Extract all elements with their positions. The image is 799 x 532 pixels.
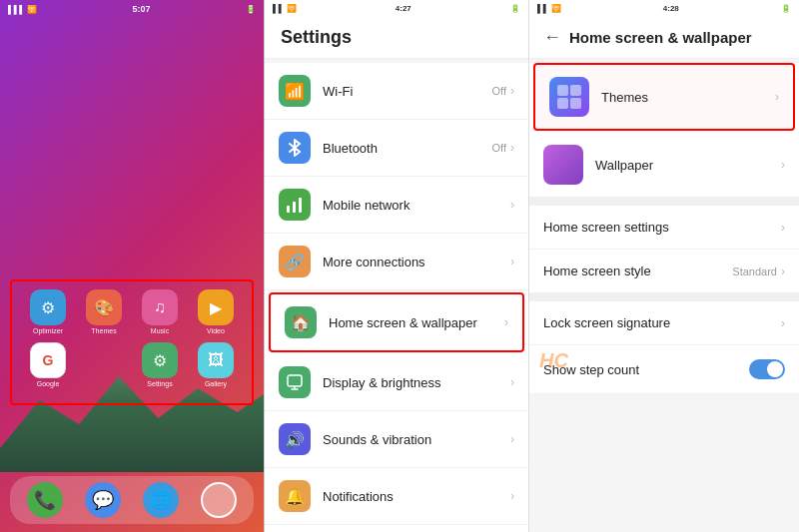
themes-wallpaper-icon: [549, 77, 589, 117]
settings-home-screen[interactable]: 🏠 Home screen & wallpaper ›: [269, 292, 524, 352]
wallpaper-status-time: 4:28: [663, 4, 679, 13]
settings-list: 📶 Wi-Fi Off › Bluetooth Off ›: [265, 63, 528, 532]
app-gallery[interactable]: 🖼 Gallery: [198, 342, 234, 387]
battery-icon: 🔋: [246, 5, 256, 14]
wallpaper-panel: ▌▌ 🛜 4:28 🔋 ← Home screen & wallpaper Th…: [529, 0, 799, 532]
settings-app-label: Settings: [147, 380, 172, 387]
settings-status-left: ▌▌ 🛜: [273, 4, 297, 13]
video-label: Video: [207, 327, 225, 334]
more-connections-label: More connections: [323, 255, 510, 269]
settings-status-right: 🔋: [510, 4, 520, 13]
home-screen-chevron: ›: [504, 315, 508, 329]
phone-status-bar: ▌▌▌ 🛜 5:07 🔋: [0, 0, 264, 18]
home-screen-settings-label: Home screen settings: [543, 220, 781, 235]
settings-display[interactable]: Display & brightness ›: [265, 354, 528, 411]
sounds-chevron: ›: [510, 432, 514, 446]
home-screen-settings-item[interactable]: Home screen settings ›: [529, 206, 799, 250]
wallpaper-status-bar: ▌▌ 🛜 4:28 🔋: [529, 0, 799, 17]
status-left: ▌▌▌ 🛜: [8, 5, 37, 14]
lock-screen-chevron: ›: [781, 316, 785, 330]
optimizer-label: Optimizer: [33, 327, 63, 334]
wallpaper-title: Home screen & wallpaper: [569, 29, 752, 46]
dock-browser[interactable]: 🌐: [143, 482, 179, 518]
signal-icon: ▌▌▌: [8, 5, 25, 14]
settings-sounds[interactable]: 🔊 Sounds & vibration ›: [265, 411, 528, 468]
svg-rect-0: [287, 206, 290, 213]
phone-homescreen: ▌▌▌ 🛜 5:07 🔋 ⚙ Optimizer 🎨 Themes ♫ Musi…: [0, 0, 265, 532]
toggle-knob: [767, 361, 783, 377]
display-icon: [279, 366, 311, 398]
apps-row-1: ⚙ Optimizer 🎨 Themes ♫ Music ▶ Video: [20, 289, 244, 334]
wallpaper-status-right: 🔋: [781, 4, 791, 13]
notifications-chevron: ›: [510, 489, 514, 503]
wallpaper-section-list: Home screen settings › Home screen style…: [529, 206, 799, 293]
settings-mobile-network[interactable]: Mobile network ›: [265, 177, 528, 234]
google-label: Google: [37, 380, 60, 387]
settings-status-time: 4:27: [396, 4, 411, 13]
app-music[interactable]: ♫ Music: [142, 289, 178, 334]
wallpaper-section-list-2: Lock screen signature › Show step count: [529, 301, 799, 394]
wallpaper-wallpaper-item[interactable]: Wallpaper ›: [529, 133, 799, 198]
more-connections-icon: 🔗: [279, 246, 311, 277]
display-chevron: ›: [510, 375, 514, 389]
bluetooth-chevron: ›: [510, 141, 514, 155]
optimizer-icon: ⚙: [30, 289, 66, 325]
svg-rect-3: [288, 375, 302, 386]
dock-phone[interactable]: 📞: [27, 482, 63, 518]
show-step-count-item[interactable]: Show step count: [529, 345, 799, 394]
display-label: Display & brightness: [323, 375, 510, 390]
home-screen-style-item[interactable]: Home screen style Standard ›: [529, 250, 799, 293]
bluetooth-value: Off: [492, 142, 506, 154]
settings-app-icon: ⚙: [142, 342, 178, 378]
themes-text: Themes: [601, 90, 775, 105]
placeholder-icon: [86, 342, 122, 378]
themes-icon: 🎨: [86, 289, 122, 325]
svg-rect-6: [557, 85, 568, 96]
settings-title: Settings: [265, 17, 528, 59]
home-screen-settings-chevron: ›: [781, 221, 785, 235]
dock-messages[interactable]: 💬: [85, 482, 121, 518]
mobile-network-label: Mobile network: [323, 198, 510, 213]
settings-wifi[interactable]: 📶 Wi-Fi Off ›: [265, 63, 528, 120]
back-button[interactable]: ←: [543, 27, 561, 48]
themes-chevron: ›: [775, 90, 779, 104]
app-optimizer[interactable]: ⚙ Optimizer: [30, 289, 66, 334]
app-themes[interactable]: 🎨 Themes: [86, 289, 122, 334]
home-screen-style-label: Home screen style: [543, 264, 732, 278]
wallpaper-themes-item[interactable]: Themes ›: [533, 63, 795, 131]
lock-screen-signature-item[interactable]: Lock screen signature ›: [529, 301, 799, 345]
show-step-count-toggle[interactable]: [749, 359, 785, 379]
gallery-label: Gallery: [205, 380, 227, 387]
wallpaper-top-list: Themes › Wallpaper ›: [529, 63, 799, 198]
app-placeholder: [86, 342, 122, 387]
settings-status-bar: ▌▌ 🛜 4:27 🔋: [265, 0, 528, 17]
home-screen-style-value: Standard: [732, 266, 777, 277]
svg-rect-9: [570, 98, 581, 109]
bluetooth-icon: [279, 132, 311, 164]
music-icon: ♫: [142, 289, 178, 325]
wifi-value: Off: [492, 85, 506, 97]
section-divider-1: [529, 198, 799, 206]
google-icon: G: [30, 342, 66, 378]
home-screen-icon: 🏠: [285, 306, 317, 338]
home-screen-label: Home screen & wallpaper: [329, 315, 504, 330]
app-settings[interactable]: ⚙ Settings: [142, 342, 178, 387]
app-google[interactable]: G Google: [30, 342, 66, 387]
mobile-network-chevron: ›: [510, 198, 514, 212]
app-video[interactable]: ▶ Video: [198, 289, 234, 334]
lock-screen-signature-label: Lock screen signature: [543, 315, 781, 330]
settings-notifications[interactable]: 🔔 Notifications ›: [265, 468, 528, 525]
gallery-icon: 🖼: [198, 342, 234, 378]
settings-bluetooth[interactable]: Bluetooth Off ›: [265, 120, 528, 177]
svg-rect-2: [299, 198, 302, 213]
wallpaper-text: Wallpaper: [595, 158, 781, 173]
wallpaper-wallpaper-icon: [543, 145, 583, 185]
settings-more-connections[interactable]: 🔗 More connections ›: [265, 234, 528, 290]
wifi-icon: 🛜: [27, 5, 37, 14]
more-connections-chevron: ›: [510, 255, 514, 268]
dock-home[interactable]: [201, 482, 237, 518]
status-time: 5:07: [133, 4, 151, 14]
themes-label: Themes: [91, 327, 116, 334]
settings-biometrics[interactable]: 🔒 Biometrics & password ›: [265, 525, 528, 532]
music-label: Music: [151, 327, 169, 334]
